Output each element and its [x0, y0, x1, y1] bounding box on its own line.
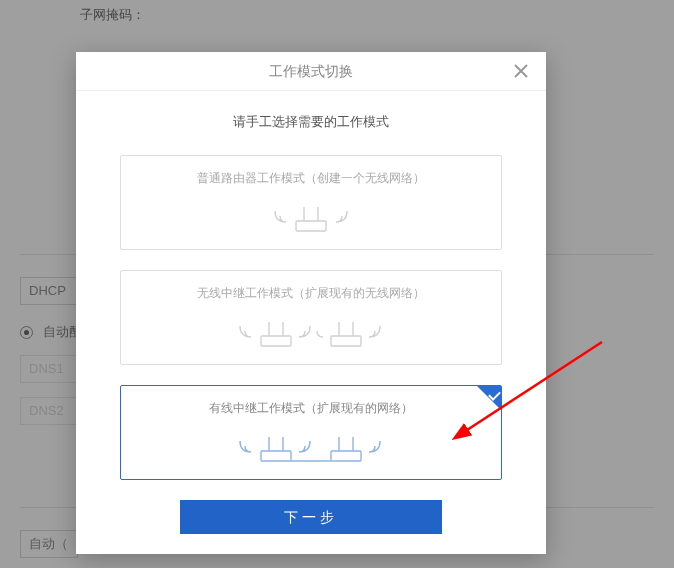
svg-rect-0 — [296, 221, 326, 231]
mode-option-label: 普通路由器工作模式（创建一个无线网络） — [131, 170, 491, 187]
svg-rect-1 — [261, 336, 291, 346]
svg-rect-3 — [261, 451, 291, 461]
mode-option-router[interactable]: 普通路由器工作模式（创建一个无线网络） — [120, 155, 502, 250]
mode-switch-modal: 工作模式切换 请手工选择需要的工作模式 普通路由器工作模式（创建一个无线网络） … — [76, 52, 546, 554]
modal-header: 工作模式切换 — [76, 52, 546, 91]
modal-body: 请手工选择需要的工作模式 普通路由器工作模式（创建一个无线网络） 无线中继工作模… — [76, 91, 546, 552]
svg-rect-5 — [331, 451, 361, 461]
modal-subtitle: 请手工选择需要的工作模式 — [120, 113, 502, 131]
selected-check-icon — [477, 386, 501, 410]
router-pair-wired-icon — [226, 427, 396, 467]
mode-option-wired-repeater[interactable]: 有线中继工作模式（扩展现有的网络） — [120, 385, 502, 480]
svg-rect-2 — [331, 336, 361, 346]
modal-title: 工作模式切换 — [269, 63, 353, 79]
mode-option-label: 无线中继工作模式（扩展现有的无线网络） — [131, 285, 491, 302]
next-button[interactable]: 下一步 — [180, 500, 442, 534]
close-icon — [513, 63, 529, 79]
router-single-icon — [256, 197, 366, 237]
mode-option-wireless-repeater[interactable]: 无线中继工作模式（扩展现有的无线网络） — [120, 270, 502, 365]
mode-option-label: 有线中继工作模式（扩展现有的网络） — [131, 400, 491, 417]
router-pair-wireless-icon — [226, 312, 396, 352]
close-button[interactable] — [506, 52, 536, 90]
